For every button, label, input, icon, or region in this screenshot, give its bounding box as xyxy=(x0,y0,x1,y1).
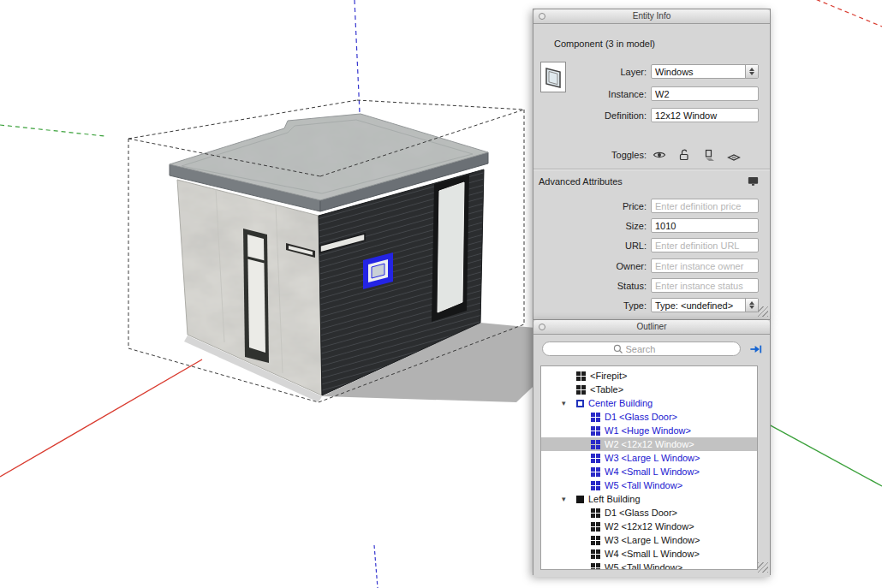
owner-input[interactable] xyxy=(651,258,759,273)
instance-label: Instance: xyxy=(533,89,651,99)
url-input[interactable] xyxy=(651,238,759,252)
search-icon xyxy=(613,344,623,354)
dropdown-arrows-icon xyxy=(745,299,758,312)
outliner-item-label: W2 <12x12 Window> xyxy=(605,439,694,449)
price-label: Price: xyxy=(533,201,651,211)
group-open-icon xyxy=(576,400,584,407)
component-icon xyxy=(591,536,600,545)
outliner-item[interactable]: W4 <Small L Window> xyxy=(541,547,757,561)
component-icon xyxy=(591,426,600,436)
entity-info-titlebar[interactable]: Entity Info xyxy=(533,9,770,24)
component-icon xyxy=(591,481,600,490)
outliner-item-label: W2 <12x12 Window> xyxy=(605,521,694,532)
definition-label: Definition: xyxy=(533,110,651,121)
outliner-item[interactable]: ▾Left Building xyxy=(541,492,757,506)
unlock-icon[interactable] xyxy=(677,148,691,162)
outliner-title: Outliner xyxy=(533,320,770,334)
red-axis-dashed xyxy=(809,0,882,27)
outliner-item[interactable]: W5 <Tall Window> xyxy=(541,478,757,492)
component-icon xyxy=(591,440,600,449)
search-input[interactable] xyxy=(626,344,670,354)
cast-shadows-icon[interactable] xyxy=(702,148,716,162)
component-icon xyxy=(576,385,586,395)
type-label: Type: xyxy=(533,300,651,311)
outliner-item[interactable]: D1 <Glass Door> xyxy=(541,410,757,424)
green-axis-dashed xyxy=(0,125,104,136)
eye-icon[interactable] xyxy=(653,148,666,162)
outliner-item[interactable]: W3 <Large L Window> xyxy=(541,533,757,547)
outliner-item-label: D1 <Glass Door> xyxy=(605,412,677,422)
outliner-item[interactable]: ▾Center Building xyxy=(541,396,757,410)
outliner-titlebar[interactable]: Outliner xyxy=(533,320,770,335)
outliner-item[interactable]: <Firepit> xyxy=(541,369,757,383)
outliner-list[interactable]: <Firepit><Table>▾Center BuildingD1 <Glas… xyxy=(540,365,758,570)
blue-arrow-icon xyxy=(748,343,763,355)
outliner-panel: Outliner <Firepit><Table>▾Center Buildin… xyxy=(533,319,771,575)
component-icon xyxy=(591,549,600,559)
outliner-item-label: W1 <Huge Window> xyxy=(605,425,691,436)
outliner-item[interactable]: W1 <Huge Window> xyxy=(541,424,757,437)
type-select[interactable]: Type: <undefined> xyxy=(651,298,759,312)
outliner-item-label: W4 <Small L Window> xyxy=(605,466,700,477)
search-field[interactable] xyxy=(542,342,741,356)
outliner-item[interactable]: W2 <12x12 Window> xyxy=(541,520,757,533)
close-icon[interactable] xyxy=(539,13,545,20)
component-icon xyxy=(591,413,600,422)
url-label: URL: xyxy=(533,241,651,251)
glass-door[interactable] xyxy=(432,175,469,322)
component-icon xyxy=(591,467,600,477)
status-label: Status: xyxy=(533,281,651,291)
dropdown-arrows-icon xyxy=(745,65,758,78)
receive-shadows-icon[interactable] xyxy=(727,148,741,162)
red-axis xyxy=(0,359,202,477)
resize-grip[interactable] xyxy=(758,306,768,317)
tall-window[interactable] xyxy=(243,229,269,363)
status-input[interactable] xyxy=(651,278,759,293)
outliner-item-label: W4 <Small L Window> xyxy=(605,549,700,559)
outliner-details-button[interactable] xyxy=(746,342,765,356)
outliner-item[interactable]: W3 <Large L Window> xyxy=(541,451,757,465)
close-icon[interactable] xyxy=(539,324,545,330)
outliner-item-label: W3 <Large L Window> xyxy=(605,535,700,545)
size-label: Size: xyxy=(533,221,651,231)
layer-label: Layer: xyxy=(533,67,651,77)
outliner-item-label: Center Building xyxy=(588,398,653,408)
component-icon xyxy=(591,522,600,532)
price-input[interactable] xyxy=(651,199,759,213)
sketchup-window: Entity Info Component (3 in model) Layer… xyxy=(0,0,882,588)
blue-axis-dashed-bottom xyxy=(374,545,378,588)
outliner-item-label: <Table> xyxy=(590,384,623,395)
outliner-item-label: W5 <Tall Window> xyxy=(605,480,682,490)
component-icon xyxy=(591,454,600,463)
advanced-attributes-toggle-icon[interactable] xyxy=(747,175,760,187)
outliner-item[interactable]: W5 <Tall Window> xyxy=(541,561,757,570)
definition-input[interactable] xyxy=(651,108,759,122)
advanced-attributes-label: Advanced Attributes xyxy=(539,176,623,187)
outliner-item-label: W5 <Tall Window> xyxy=(605,562,682,570)
outliner-item[interactable]: W2 <12x12 Window> xyxy=(541,437,757,451)
outliner-item[interactable]: <Table> xyxy=(541,383,757,396)
component-summary: Component (3 in model) xyxy=(554,39,655,49)
disclosure-triangle-icon[interactable]: ▾ xyxy=(562,496,576,503)
outliner-item-label: W3 <Large L Window> xyxy=(605,453,700,463)
layer-select[interactable]: Windows xyxy=(651,64,759,79)
owner-label: Owner: xyxy=(533,261,651,271)
entity-info-panel: Entity Info Component (3 in model) Layer… xyxy=(533,9,771,319)
outliner-item-label: D1 <Glass Door> xyxy=(605,508,677,518)
type-select-value: Type: <undefined> xyxy=(652,300,745,311)
size-input[interactable] xyxy=(651,218,759,233)
instance-input[interactable] xyxy=(651,86,759,101)
resize-grip[interactable] xyxy=(758,562,768,573)
entity-info-title: Entity Info xyxy=(533,9,770,23)
outliner-item[interactable]: W4 <Small L Window> xyxy=(541,465,757,478)
outliner-item-label: Left Building xyxy=(588,494,641,504)
outliner-item-label: <Firepit> xyxy=(590,371,627,381)
group-filled-icon xyxy=(576,496,584,503)
section-separator xyxy=(533,169,770,170)
layer-select-value: Windows xyxy=(652,67,745,77)
outliner-item[interactable]: D1 <Glass Door> xyxy=(541,506,757,520)
component-icon xyxy=(591,563,600,571)
disclosure-triangle-icon[interactable]: ▾ xyxy=(562,400,576,407)
toggles-label: Toggles: xyxy=(533,150,651,160)
component-icon xyxy=(576,371,586,381)
